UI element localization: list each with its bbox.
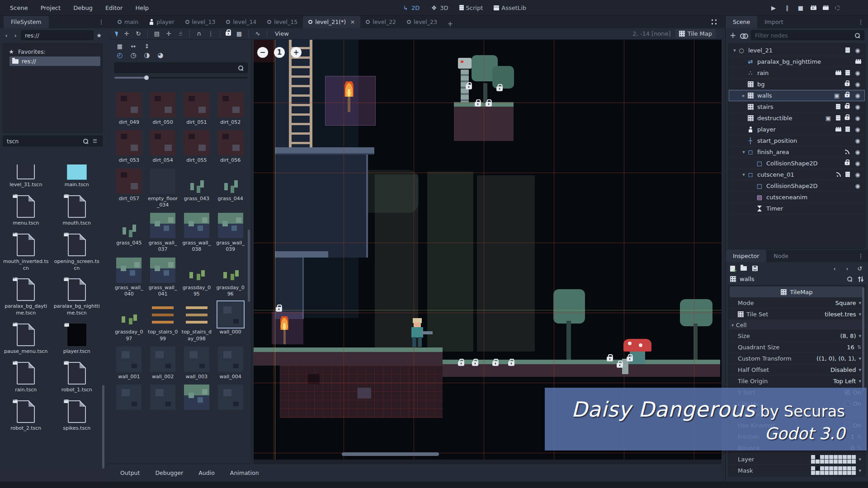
new-resource-icon[interactable] [730,266,735,272]
scene-tab-player[interactable]: player [144,16,179,28]
file-item[interactable]: robot_2.tscn [2,397,50,435]
tile-wall_004[interactable]: wall_004 [215,347,246,380]
eye-icon[interactable]: ◉ [854,114,861,122]
scene-tab-level_15[interactable]: level_15 [262,16,303,28]
tile-empty_floor_034[interactable]: empty_floor_034 [147,169,179,209]
eye-icon[interactable]: ◉ [854,47,861,54]
instance-scene-icon[interactable] [740,33,747,38]
property-layer[interactable]: Layer▾ [729,454,865,465]
tile-top_stairs_day_098[interactable]: top_stairs_day_098 [181,302,212,342]
eye-icon[interactable]: ◉ [854,148,861,155]
lock-object-button[interactable] [223,31,233,37]
section-cell[interactable]: ▾Cell [729,320,865,330]
file-item[interactable]: mouth_inverted.tscn [2,230,50,275]
workspace-script-button[interactable]: Script [455,3,487,13]
scene-tab-level_14[interactable]: level_14 [221,16,262,28]
spinner-icon[interactable] [835,5,840,10]
file-item[interactable]: menu.tscn [2,192,50,230]
tree-node-timer[interactable]: Timer [729,203,865,214]
clapper-icon[interactable] [835,127,841,131]
rotate-270-icon[interactable]: ◕ [157,52,164,59]
dock-tab-scene[interactable]: Scene [726,16,757,28]
filter-nodes-field[interactable]: Filter nodes [751,30,864,40]
select-tool-button[interactable] [113,30,121,38]
workspace-3d-button[interactable]: ✥3D [426,2,452,13]
search-properties-icon[interactable] [847,276,853,282]
tile-wall_000[interactable]: wall_000 [215,302,246,342]
tile-search-field[interactable] [114,62,248,73]
file-item[interactable]: paralax_bg_daytime.tscn [2,275,50,319]
script-icon[interactable] [845,47,850,53]
palette-scrollbar[interactable] [248,230,250,302]
tile-zoom-slider[interactable] [114,77,248,79]
pixel-snap-tool-button[interactable]: ✛ [163,29,175,38]
property-size[interactable]: Size(8, 8)▾ [729,330,865,342]
property-tile-origin[interactable]: Tile OriginTop Left▾ [729,375,865,387]
tile-grass_wall_040[interactable]: grass_wall_040 [113,258,145,298]
tilemap-editor-button[interactable]: Tile Map [675,29,716,38]
tile-wall_001[interactable]: wall_001 [113,347,145,380]
file-filter[interactable]: tscn ☰ [3,136,103,146]
file-item[interactable]: main.tscn [53,164,101,191]
tile-grassday_097[interactable]: grassday_097 [113,302,145,342]
file-item[interactable]: mouth.tscn [53,192,101,230]
file-item[interactable]: player.tscn [53,320,101,358]
rotate-180-icon[interactable]: ◑ [143,52,151,59]
bottom-tab-output[interactable]: Output [114,467,146,479]
tile-grassday_096[interactable]: grassday_096 [215,258,246,298]
file-item[interactable]: opening_screen.tscn [53,230,101,275]
flip-horizontal-icon[interactable]: ↔ [130,42,137,50]
file-item[interactable]: rain.tscn [2,359,50,396]
property-mask[interactable]: Mask▾ [729,465,865,476]
rotate-90-icon[interactable]: ◷ [130,52,137,59]
clapper-icon[interactable] [855,59,861,64]
eye-icon[interactable]: ◉ [854,182,861,189]
tile-grass_044[interactable]: grass_044 [215,169,246,209]
snap-magnet-button[interactable]: ∩ [193,29,205,38]
eye-icon[interactable]: ◉ [854,126,861,133]
tile-grass_045[interactable]: grass_045 [113,213,145,253]
lock-icon[interactable] [845,161,850,165]
tree-node-walls[interactable]: ▸walls▣◉ [729,90,865,101]
eye-icon[interactable]: ◉ [854,92,861,99]
file-list-scrollbar[interactable] [102,385,104,469]
favorite-res-root[interactable]: res:// [9,56,100,66]
tile-grass_wall_037[interactable]: grass_wall_037 [147,213,179,253]
tile-grass_wall_038[interactable]: grass_wall_038 [181,213,212,253]
file-item[interactable]: level_31.tscn [2,164,50,191]
group-icon[interactable]: ▣ [825,114,832,122]
script-icon[interactable] [836,104,840,109]
dock-options-icon[interactable]: ⋮ [857,252,864,259]
script-icon[interactable] [845,70,850,75]
tile-top_stairs_099[interactable]: top_stairs_099 [147,302,179,342]
object-tools-icon[interactable] [858,277,863,282]
history-forward-icon[interactable]: › [844,265,851,272]
bottom-tab-debugger[interactable]: Debugger [149,467,189,479]
nav-forward-icon[interactable]: › [12,32,19,39]
new-scene-tab-button[interactable]: + [443,19,458,28]
expander-icon[interactable]: ▾ [741,149,747,155]
distraction-free-icon[interactable] [712,19,717,26]
group-icon[interactable]: ▣ [833,92,840,99]
bottom-tab-audio[interactable]: Audio [192,467,221,479]
eye-icon[interactable]: ◉ [854,137,861,144]
workspace-2d-button[interactable]: ↳2D [398,2,424,13]
nav-back-icon[interactable]: ‹ [3,32,10,39]
lock-icon[interactable] [845,82,850,86]
tree-node-level_21[interactable]: ▾○level_21◉ [729,45,865,56]
tile-grassday_095[interactable]: grassday_095 [181,258,212,298]
tree-node-start_position[interactable]: ┼start_position◉ [729,135,865,146]
pan-tool-button[interactable]: ☝ [175,29,186,38]
close-tab-icon[interactable]: ✕ [350,19,355,25]
scene-tab-level_22[interactable]: level_22 [360,16,401,28]
tree-node-cutsceneanim[interactable]: ▤cutsceneanim [729,192,865,203]
tile-item[interactable] [113,385,145,412]
eye-icon[interactable]: ◉ [854,171,861,178]
list-view-icon[interactable]: ☰ [91,137,99,145]
file-item[interactable]: robot_1.tscn [53,359,101,396]
signal-icon[interactable] [844,149,850,155]
tile-grass_wall_041[interactable]: grass_wall_041 [147,258,179,298]
clapper-icon[interactable] [835,70,841,75]
tile-item[interactable] [147,385,179,412]
editor-guide-vertical[interactable] [275,40,275,460]
